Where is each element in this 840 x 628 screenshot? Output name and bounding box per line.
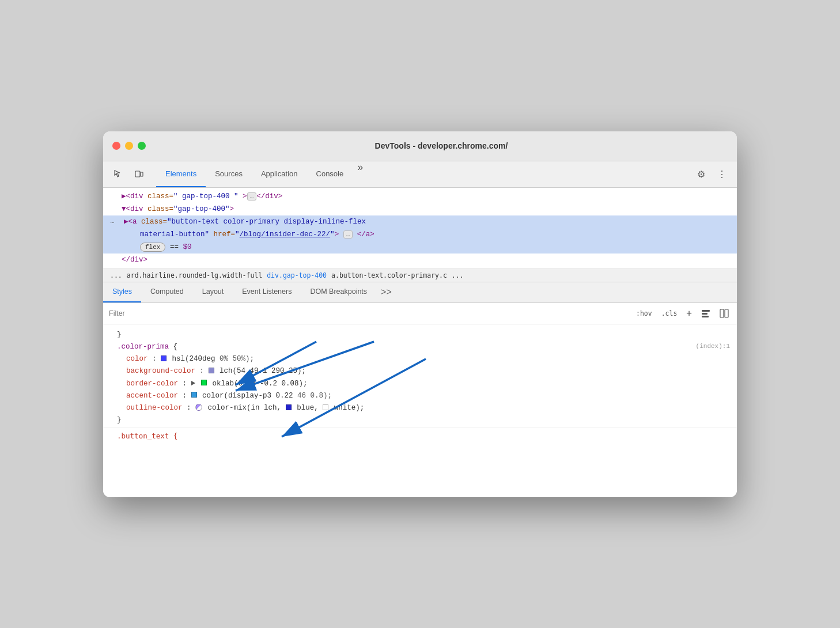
line-number: (index):1 [696, 341, 730, 352]
svg-rect-0 [135, 171, 140, 177]
toggle-classes-icon[interactable] [699, 307, 713, 320]
breadcrumb-card[interactable]: ard.hairline.rounded-lg.width-full [127, 271, 262, 279]
maximize-button[interactable] [138, 142, 146, 150]
element-picker-icon[interactable] [110, 166, 126, 182]
expand-arrow-icon[interactable] [191, 381, 195, 385]
more-style-tabs-icon[interactable]: >> [376, 282, 396, 302]
tab-computed[interactable]: Computed [141, 282, 193, 302]
tab-sources[interactable]: Sources [206, 161, 252, 187]
color-swatch-bg[interactable] [209, 368, 214, 373]
dom-flex-badge[interactable]: flex == $0 [103, 241, 737, 254]
tab-layout[interactable]: Layout [193, 282, 233, 302]
breadcrumb-ellipsis[interactable]: ... [110, 271, 122, 279]
filter-actions: :hov .cls + [634, 307, 731, 320]
devtools-toolbar: Elements Sources Application Console » ⚙… [103, 161, 737, 188]
dom-line[interactable]: </div> [103, 254, 737, 266]
dom-line[interactable]: ▼<div class="gap-top-400"> [103, 203, 737, 215]
dom-line-selected[interactable]: ▶<a class="button-text color-primary dis… [103, 215, 737, 228]
more-tabs-icon[interactable]: » [353, 161, 368, 187]
tab-elements[interactable]: Elements [156, 161, 206, 187]
css-cutoff-line: .button_text { [103, 427, 737, 442]
css-panel: } .color-prima​ { (index):1 color : hsl(… [103, 324, 737, 497]
window-title: DevTools - developer.chrome.com/ [155, 141, 728, 150]
dom-line-selected[interactable]: material-button" href="/blog/insider-dec… [103, 228, 737, 241]
color-swatch-accent[interactable] [191, 392, 197, 398]
more-options-icon[interactable]: ⋮ [714, 166, 730, 182]
minimize-button[interactable] [125, 142, 133, 150]
css-prop-background-color: background-color : lch(54 49.1 290.25); [103, 365, 737, 377]
breadcrumb-bar: ... ard.hairline.rounded-lg.width-full d… [103, 269, 737, 282]
dom-line[interactable]: ▶<div class=" gap-top-400 " >…</div> [103, 190, 737, 203]
tab-dom-breakpoints[interactable]: DOM Breakpoints [301, 282, 376, 302]
color-swatch-outline[interactable] [195, 404, 202, 411]
tab-application[interactable]: Application [252, 161, 307, 187]
svg-rect-4 [702, 316, 709, 317]
breadcrumb-a[interactable]: a.button-text.color-primary.c [331, 271, 447, 279]
tab-styles[interactable]: Styles [103, 282, 141, 302]
close-button[interactable] [112, 142, 120, 150]
styles-tabs: Styles Computed Layout Event Listeners D… [103, 282, 737, 303]
svg-rect-1 [141, 172, 143, 176]
toolbar-icons [110, 166, 147, 182]
tab-console[interactable]: Console [307, 161, 353, 187]
svg-rect-5 [720, 309, 724, 317]
svg-rect-6 [725, 309, 728, 317]
css-prop-outline-color: outline-color : color-mix(in lch, blue, … [103, 402, 737, 414]
device-toggle-icon[interactable] [131, 166, 147, 182]
settings-icon[interactable]: ⚙ [693, 166, 709, 182]
titlebar: DevTools - developer.chrome.com/ [103, 131, 737, 161]
breadcrumb-div[interactable]: div.gap-top-400 [267, 271, 327, 279]
css-prop-accent-color: accent-color : color(display-p3 0.22 46 … [103, 390, 737, 402]
css-brace-close: } [103, 329, 737, 341]
filter-input[interactable] [109, 309, 629, 317]
color-swatch-blue[interactable] [286, 404, 292, 410]
toolbar-tabs: Elements Sources Application Console » [156, 161, 693, 187]
toolbar-right: ⚙ ⋮ [693, 166, 730, 182]
color-swatch-white[interactable] [323, 404, 328, 410]
inspect-style-icon[interactable] [717, 307, 731, 320]
color-swatch-color[interactable] [161, 355, 167, 361]
tab-event-listeners[interactable]: Event Listeners [233, 282, 301, 302]
hov-button[interactable]: :hov [634, 309, 654, 318]
traffic-lights [112, 142, 146, 150]
color-swatch-border[interactable] [201, 380, 207, 385]
svg-rect-3 [702, 313, 707, 315]
css-prop-color: color : hsl(240deg 0% 50%); [103, 353, 737, 365]
add-style-button[interactable]: + [684, 307, 694, 319]
dom-panel: ▶<div class=" gap-top-400 " >…</div> ▼<d… [103, 188, 737, 269]
devtools-window: DevTools - developer.chrome.com/ Element… [103, 131, 737, 497]
cls-button[interactable]: .cls [659, 309, 680, 318]
breadcrumb-more[interactable]: ... [452, 271, 464, 279]
svg-rect-2 [702, 310, 710, 312]
css-brace-close-2: } [103, 414, 737, 426]
filter-bar: :hov .cls + [103, 303, 737, 324]
css-prop-border-color: border-color : oklab(0.83 -0.2 0.08); [103, 378, 737, 390]
css-selector-line: .color-prima​ { (index):1 [103, 341, 737, 353]
